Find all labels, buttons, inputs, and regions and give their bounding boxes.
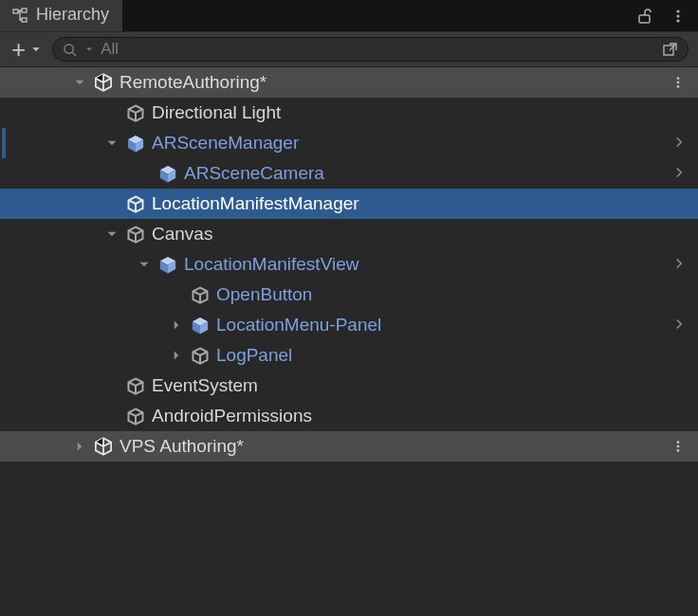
hierarchy-item[interactable]: Canvas <box>0 219 698 249</box>
search-icon <box>63 42 78 57</box>
hierarchy-item-selected[interactable]: LocationManifestManager <box>0 189 698 219</box>
hierarchy-item[interactable]: EventSystem <box>0 371 698 401</box>
unity-scene-icon <box>93 72 114 93</box>
prefab-overrides-icon[interactable] <box>673 167 687 180</box>
item-label: LocationMenu-Panel <box>216 315 381 335</box>
prefab-overrides-icon[interactable] <box>673 258 687 271</box>
item-label: Canvas <box>152 224 212 245</box>
scene-header[interactable]: RemoteAuthoring* <box>0 67 698 98</box>
item-label: ARSceneManager <box>152 133 299 154</box>
scene-name: RemoteAuthoring* <box>119 72 266 93</box>
unity-scene-icon <box>93 436 114 457</box>
gameobject-icon <box>190 284 211 305</box>
prefab-overrides-icon[interactable] <box>673 318 687 332</box>
item-label: AndroidPermissions <box>152 406 312 426</box>
prefab-icon <box>190 315 211 335</box>
scene-menu-icon[interactable] <box>670 76 687 89</box>
scene-header[interactable]: VPS Authoring* <box>0 431 698 462</box>
foldout-icon[interactable] <box>137 257 152 272</box>
hierarchy-item[interactable]: LocationMenu-Panel <box>0 310 698 340</box>
item-label: LogPanel <box>216 345 292 366</box>
dropdown-caret-icon <box>31 45 41 54</box>
search-field[interactable] <box>52 37 689 62</box>
scene-menu-icon[interactable] <box>670 440 687 453</box>
hierarchy-item[interactable]: Directional Light <box>0 98 698 128</box>
foldout-icon[interactable] <box>104 226 119 242</box>
gameobject-icon <box>125 224 146 245</box>
hierarchy-tab-label: Hierarchy <box>36 5 109 25</box>
hierarchy-toolbar: + <box>0 31 698 67</box>
gameobject-icon <box>125 102 146 123</box>
hierarchy-item[interactable]: LocationManifestView <box>0 249 698 280</box>
item-label: LocationManifestManager <box>152 193 359 214</box>
prefab-icon <box>157 254 178 275</box>
item-label: ARSceneCamera <box>184 163 324 184</box>
gameobject-icon <box>125 406 146 426</box>
gameobject-icon <box>125 375 146 396</box>
search-mode-caret-icon[interactable] <box>85 45 93 53</box>
create-button[interactable]: + <box>11 37 41 62</box>
hierarchy-tree[interactable]: RemoteAuthoring* Directional Light <box>0 67 698 462</box>
hierarchy-icon <box>11 7 28 24</box>
hierarchy-item[interactable]: LogPanel <box>0 340 698 371</box>
item-label: LocationManifestView <box>184 254 358 275</box>
foldout-icon[interactable] <box>104 136 119 151</box>
scene-name: VPS Authoring* <box>119 436 244 457</box>
tabbar-spacer <box>122 0 698 31</box>
prefab-icon <box>125 133 146 154</box>
hierarchy-item[interactable]: OpenButton <box>0 280 698 310</box>
prefab-overrides-icon[interactable] <box>673 136 687 150</box>
hierarchy-item[interactable]: ARSceneManager <box>0 128 698 158</box>
hierarchy-item[interactable]: ARSceneCamera <box>0 158 698 189</box>
foldout-icon[interactable] <box>72 439 87 454</box>
lock-icon[interactable] <box>635 8 652 25</box>
item-label: Directional Light <box>152 102 281 123</box>
search-input[interactable] <box>101 40 650 59</box>
panel-tabbar: Hierarchy <box>0 0 698 31</box>
gameobject-icon <box>125 193 146 214</box>
foldout-icon[interactable] <box>72 75 87 90</box>
search-popout-icon[interactable] <box>657 40 682 59</box>
prefab-icon <box>157 163 178 184</box>
plus-icon: + <box>11 37 26 62</box>
hierarchy-item[interactable]: AndroidPermissions <box>0 401 698 431</box>
gameobject-icon <box>190 345 211 366</box>
panel-menu-icon[interactable] <box>670 8 687 25</box>
hierarchy-tab[interactable]: Hierarchy <box>0 0 122 31</box>
item-label: EventSystem <box>152 375 258 396</box>
item-label: OpenButton <box>216 284 312 305</box>
foldout-icon[interactable] <box>169 317 184 333</box>
foldout-icon[interactable] <box>169 348 184 363</box>
